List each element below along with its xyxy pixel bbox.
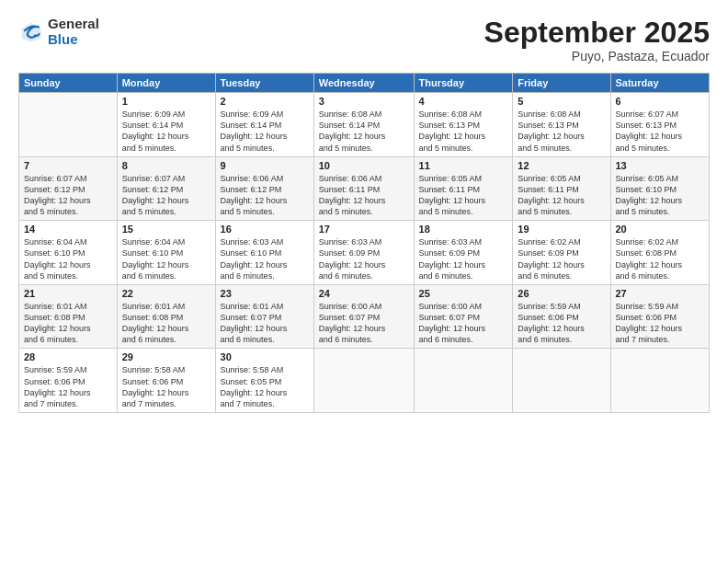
title-block: September 2025 Puyo, Pastaza, Ecuador bbox=[484, 17, 710, 63]
day-info: Sunrise: 6:04 AM Sunset: 6:10 PM Dayligh… bbox=[122, 236, 210, 282]
day-number: 27 bbox=[616, 288, 705, 299]
calendar-cell: 12Sunrise: 6:05 AM Sunset: 6:11 PM Dayli… bbox=[513, 156, 610, 221]
day-info: Sunrise: 5:58 AM Sunset: 6:06 PM Dayligh… bbox=[122, 364, 210, 409]
calendar-cell bbox=[513, 349, 610, 413]
day-number: 24 bbox=[319, 288, 409, 299]
day-info: Sunrise: 6:00 AM Sunset: 6:07 PM Dayligh… bbox=[319, 301, 409, 346]
day-info: Sunrise: 6:04 AM Sunset: 6:10 PM Dayligh… bbox=[24, 236, 112, 282]
calendar-cell bbox=[610, 349, 710, 413]
calendar-cell: 20Sunrise: 6:02 AM Sunset: 6:08 PM Dayli… bbox=[610, 221, 710, 285]
day-number: 12 bbox=[518, 160, 605, 171]
day-info: Sunrise: 6:05 AM Sunset: 6:11 PM Dayligh… bbox=[419, 173, 508, 218]
logo-text: General Blue bbox=[48, 17, 99, 47]
day-number: 19 bbox=[518, 224, 605, 235]
day-info: Sunrise: 5:59 AM Sunset: 6:06 PM Dayligh… bbox=[24, 364, 112, 409]
calendar-week-3: 21Sunrise: 6:01 AM Sunset: 6:08 PM Dayli… bbox=[19, 284, 710, 349]
calendar-cell: 29Sunrise: 5:58 AM Sunset: 6:06 PM Dayli… bbox=[117, 349, 215, 413]
day-info: Sunrise: 6:03 AM Sunset: 6:09 PM Dayligh… bbox=[419, 236, 508, 282]
calendar-cell: 13Sunrise: 6:05 AM Sunset: 6:10 PM Dayli… bbox=[610, 156, 710, 221]
day-number: 8 bbox=[122, 160, 210, 171]
day-number: 26 bbox=[518, 288, 605, 299]
day-number: 23 bbox=[221, 288, 309, 299]
col-saturday: Saturday bbox=[610, 74, 710, 93]
day-info: Sunrise: 6:03 AM Sunset: 6:09 PM Dayligh… bbox=[319, 236, 409, 282]
calendar-cell: 30Sunrise: 5:58 AM Sunset: 6:05 PM Dayli… bbox=[215, 349, 313, 413]
day-info: Sunrise: 6:02 AM Sunset: 6:08 PM Dayligh… bbox=[616, 236, 705, 282]
calendar-cell: 8Sunrise: 6:07 AM Sunset: 6:12 PM Daylig… bbox=[117, 156, 215, 221]
day-info: Sunrise: 6:01 AM Sunset: 6:08 PM Dayligh… bbox=[122, 301, 210, 346]
day-info: Sunrise: 6:09 AM Sunset: 6:14 PM Dayligh… bbox=[221, 109, 309, 154]
header: General Blue September 2025 Puyo, Pastaz… bbox=[18, 17, 710, 63]
calendar-cell: 1Sunrise: 6:09 AM Sunset: 6:14 PM Daylig… bbox=[117, 93, 215, 157]
col-wednesday: Wednesday bbox=[313, 74, 414, 93]
day-info: Sunrise: 5:59 AM Sunset: 6:06 PM Dayligh… bbox=[616, 301, 705, 346]
day-number: 9 bbox=[221, 160, 309, 171]
calendar-cell: 25Sunrise: 6:00 AM Sunset: 6:07 PM Dayli… bbox=[414, 284, 513, 349]
day-info: Sunrise: 6:01 AM Sunset: 6:07 PM Dayligh… bbox=[221, 301, 309, 346]
col-sunday: Sunday bbox=[19, 74, 118, 93]
calendar-cell: 16Sunrise: 6:03 AM Sunset: 6:10 PM Dayli… bbox=[215, 221, 313, 285]
calendar-cell: 19Sunrise: 6:02 AM Sunset: 6:09 PM Dayli… bbox=[513, 221, 610, 285]
calendar-title: September 2025 bbox=[484, 17, 710, 49]
day-info: Sunrise: 6:03 AM Sunset: 6:10 PM Dayligh… bbox=[221, 236, 309, 282]
day-info: Sunrise: 6:06 AM Sunset: 6:11 PM Dayligh… bbox=[319, 173, 409, 218]
day-info: Sunrise: 6:08 AM Sunset: 6:13 PM Dayligh… bbox=[419, 109, 508, 154]
day-info: Sunrise: 5:58 AM Sunset: 6:05 PM Dayligh… bbox=[221, 364, 309, 409]
calendar-cell: 22Sunrise: 6:01 AM Sunset: 6:08 PM Dayli… bbox=[117, 284, 215, 349]
logo-blue-text: Blue bbox=[48, 32, 99, 48]
calendar-subtitle: Puyo, Pastaza, Ecuador bbox=[484, 49, 710, 63]
day-info: Sunrise: 6:05 AM Sunset: 6:10 PM Dayligh… bbox=[616, 173, 705, 218]
calendar-cell: 3Sunrise: 6:08 AM Sunset: 6:14 PM Daylig… bbox=[313, 93, 414, 157]
calendar-cell: 23Sunrise: 6:01 AM Sunset: 6:07 PM Dayli… bbox=[215, 284, 313, 349]
day-number: 5 bbox=[518, 96, 605, 107]
calendar-cell bbox=[19, 93, 118, 157]
col-tuesday: Tuesday bbox=[215, 74, 313, 93]
day-number: 22 bbox=[122, 288, 210, 299]
calendar-cell: 2Sunrise: 6:09 AM Sunset: 6:14 PM Daylig… bbox=[215, 93, 313, 157]
day-info: Sunrise: 6:07 AM Sunset: 6:12 PM Dayligh… bbox=[24, 173, 112, 218]
calendar-table: Sunday Monday Tuesday Wednesday Thursday… bbox=[18, 73, 710, 413]
calendar-cell: 27Sunrise: 5:59 AM Sunset: 6:06 PM Dayli… bbox=[610, 284, 710, 349]
calendar-cell bbox=[414, 349, 513, 413]
day-number: 17 bbox=[319, 224, 409, 235]
day-info: Sunrise: 6:05 AM Sunset: 6:11 PM Dayligh… bbox=[518, 173, 605, 218]
day-info: Sunrise: 6:07 AM Sunset: 6:13 PM Dayligh… bbox=[616, 109, 705, 154]
day-info: Sunrise: 6:06 AM Sunset: 6:12 PM Dayligh… bbox=[221, 173, 309, 218]
day-info: Sunrise: 6:09 AM Sunset: 6:14 PM Dayligh… bbox=[122, 109, 210, 154]
logo: General Blue bbox=[18, 17, 99, 47]
day-info: Sunrise: 6:07 AM Sunset: 6:12 PM Dayligh… bbox=[122, 173, 210, 218]
col-thursday: Thursday bbox=[414, 74, 513, 93]
day-number: 11 bbox=[419, 160, 508, 171]
calendar-cell: 15Sunrise: 6:04 AM Sunset: 6:10 PM Dayli… bbox=[117, 221, 215, 285]
day-number: 15 bbox=[122, 224, 210, 235]
logo-icon bbox=[18, 19, 44, 45]
calendar-week-1: 7Sunrise: 6:07 AM Sunset: 6:12 PM Daylig… bbox=[19, 156, 710, 221]
day-number: 18 bbox=[419, 224, 508, 235]
day-number: 3 bbox=[319, 96, 409, 107]
calendar-cell: 11Sunrise: 6:05 AM Sunset: 6:11 PM Dayli… bbox=[414, 156, 513, 221]
day-number: 14 bbox=[24, 224, 112, 235]
day-number: 13 bbox=[616, 160, 705, 171]
day-number: 28 bbox=[24, 351, 112, 362]
calendar-cell: 17Sunrise: 6:03 AM Sunset: 6:09 PM Dayli… bbox=[313, 221, 414, 285]
day-number: 1 bbox=[122, 96, 210, 107]
day-number: 4 bbox=[419, 96, 508, 107]
calendar-cell: 14Sunrise: 6:04 AM Sunset: 6:10 PM Dayli… bbox=[19, 221, 118, 285]
calendar-cell: 6Sunrise: 6:07 AM Sunset: 6:13 PM Daylig… bbox=[610, 93, 710, 157]
day-number: 25 bbox=[419, 288, 508, 299]
calendar-week-0: 1Sunrise: 6:09 AM Sunset: 6:14 PM Daylig… bbox=[19, 93, 710, 157]
calendar-cell: 21Sunrise: 6:01 AM Sunset: 6:08 PM Dayli… bbox=[19, 284, 118, 349]
calendar-week-2: 14Sunrise: 6:04 AM Sunset: 6:10 PM Dayli… bbox=[19, 221, 710, 285]
calendar-cell: 24Sunrise: 6:00 AM Sunset: 6:07 PM Dayli… bbox=[313, 284, 414, 349]
day-info: Sunrise: 5:59 AM Sunset: 6:06 PM Dayligh… bbox=[518, 301, 605, 346]
calendar-cell: 18Sunrise: 6:03 AM Sunset: 6:09 PM Dayli… bbox=[414, 221, 513, 285]
day-number: 30 bbox=[221, 351, 309, 362]
day-info: Sunrise: 6:00 AM Sunset: 6:07 PM Dayligh… bbox=[419, 301, 508, 346]
day-info: Sunrise: 6:08 AM Sunset: 6:14 PM Dayligh… bbox=[319, 109, 409, 154]
day-number: 2 bbox=[221, 96, 309, 107]
calendar-cell: 5Sunrise: 6:08 AM Sunset: 6:13 PM Daylig… bbox=[513, 93, 610, 157]
calendar-cell: 7Sunrise: 6:07 AM Sunset: 6:12 PM Daylig… bbox=[19, 156, 118, 221]
logo-general-text: General bbox=[48, 17, 99, 32]
calendar-header-row: Sunday Monday Tuesday Wednesday Thursday… bbox=[19, 74, 710, 93]
day-number: 6 bbox=[616, 96, 705, 107]
